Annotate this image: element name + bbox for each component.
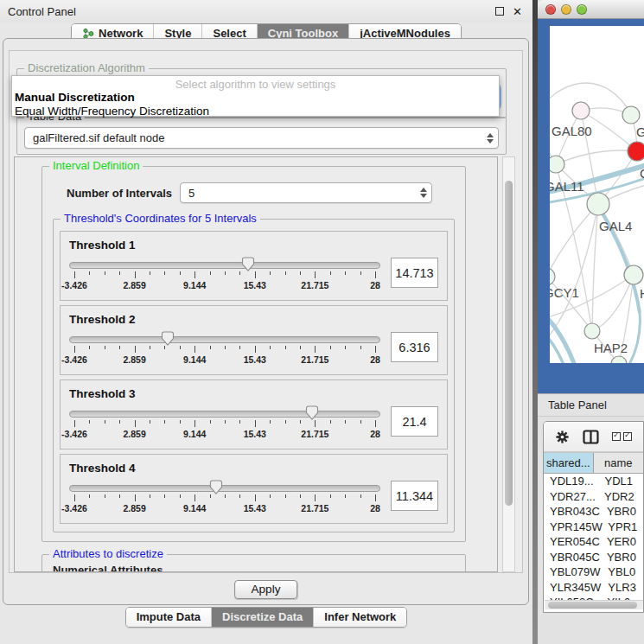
- cell-name[interactable]: YDL1: [595, 474, 643, 489]
- algorithm-option[interactable]: Equal Width/Frequency Discretization: [12, 105, 499, 118]
- network-node-h[interactable]: [624, 265, 643, 284]
- thresholds-group: Threshold's Coordinates for 5 Intervals …: [53, 219, 455, 532]
- traffic-light-close-icon[interactable]: [545, 4, 556, 15]
- slider-tick: [180, 346, 181, 349]
- slider-tick: [210, 420, 211, 424]
- slider-tick: [119, 271, 120, 275]
- slider-tick: [300, 494, 301, 498]
- spinner-arrows-icon[interactable]: [416, 183, 431, 202]
- network-edge: [550, 83, 631, 114]
- table-row[interactable]: YDL19...YDL1: [544, 474, 643, 489]
- vertical-scrollbar[interactable]: [502, 156, 515, 572]
- threshold-slider[interactable]: -3.4262.8599.14415.4321.71528: [69, 406, 380, 441]
- slider-tick: [345, 494, 346, 498]
- cell-shared-name[interactable]: YER054C: [544, 534, 600, 550]
- slider-tick: [180, 420, 181, 424]
- number-of-intervals-row: Number of Intervals 5: [53, 179, 455, 205]
- network-node-gcy1[interactable]: [550, 268, 555, 285]
- slider-tick-label: 9.144: [183, 503, 206, 513]
- cell-shared-name[interactable]: YDR27...: [544, 489, 596, 505]
- slider-track[interactable]: [69, 336, 380, 343]
- cell-name[interactable]: YLR3: [601, 580, 643, 596]
- threshold-slider[interactable]: -3.4262.8599.14415.4321.71528: [69, 481, 380, 515]
- table-row[interactable]: YBR043CYBR0: [544, 504, 643, 520]
- threshold-value-field[interactable]: 6.316: [391, 332, 438, 362]
- cell-shared-name[interactable]: YPR145W: [544, 520, 603, 535]
- vertical-scrollbar-thumb[interactable]: [505, 181, 513, 506]
- number-of-intervals-combobox[interactable]: 5: [180, 182, 432, 203]
- algorithm-option[interactable]: Manual Discretization: [12, 91, 499, 105]
- horizontal-scrollbar-thumb[interactable]: [548, 602, 637, 609]
- slider-tick-label: 15.43: [244, 503, 266, 513]
- table-row[interactable]: YDR27...YDR2: [544, 489, 643, 505]
- slider-thumb[interactable]: [305, 405, 319, 421]
- threshold-list: Threshold 1-3.4262.8599.14415.4321.71528…: [60, 231, 448, 524]
- network-node-hap2[interactable]: [584, 323, 600, 339]
- cell-name[interactable]: YBL0: [601, 564, 643, 580]
- cell-name[interactable]: YDR2: [596, 489, 643, 505]
- slider-tick: [270, 420, 271, 424]
- tab-discretize-data[interactable]: Discretize Data: [211, 608, 313, 627]
- network-node-gal4[interactable]: [587, 193, 609, 215]
- checkbox-icon: [612, 432, 621, 441]
- network-node-label: GAL11: [550, 179, 584, 194]
- tab-infer-network[interactable]: Infer Network: [313, 608, 406, 627]
- number-of-intervals-combobox-wrap: 5: [180, 182, 432, 203]
- slider-tick: [270, 494, 271, 498]
- slider-tick: [375, 494, 376, 501]
- cell-shared-name[interactable]: YBR045C: [544, 550, 600, 565]
- cell-shared-name[interactable]: YBL079W: [544, 564, 601, 580]
- table-row[interactable]: YPR145WYPR1: [544, 520, 643, 535]
- slider-tick: [135, 271, 136, 278]
- table-row[interactable]: YBL079WYBL0: [544, 564, 643, 580]
- threshold-value-field[interactable]: 14.713: [391, 258, 438, 288]
- split-view-icon[interactable]: [583, 430, 599, 444]
- slider-tick: [164, 420, 165, 424]
- slider-tick: [239, 346, 240, 349]
- table-row[interactable]: YLR345WYLR3: [544, 580, 643, 596]
- cell-name[interactable]: YER0: [600, 534, 643, 550]
- threshold-value-field[interactable]: 11.344: [391, 481, 438, 511]
- table-column-header[interactable]: shared...: [544, 453, 594, 473]
- float-window-icon[interactable]: [495, 7, 504, 16]
- cell-shared-name[interactable]: YLR345W: [544, 580, 601, 596]
- slider-thumb[interactable]: [209, 480, 223, 495]
- cell-name[interactable]: YBR0: [600, 504, 643, 520]
- select-columns-icon[interactable]: [612, 432, 632, 441]
- cell-name[interactable]: YBR0: [600, 550, 643, 565]
- network-node-gal80[interactable]: [572, 102, 590, 119]
- slider-track[interactable]: [69, 411, 380, 418]
- slider-tick: [360, 271, 361, 275]
- network-node-label: H: [640, 286, 644, 301]
- threshold-value-field[interactable]: 21.4: [391, 406, 438, 437]
- slider-track[interactable]: [69, 262, 380, 269]
- network-node-ga[interactable]: [622, 106, 640, 124]
- network-graph[interactable]: GAL80GACGAL11GAL4GCY1HHAP2: [550, 26, 644, 363]
- spinner-arrows-icon[interactable]: [482, 128, 498, 148]
- slider-thumb[interactable]: [241, 257, 255, 272]
- cell-name[interactable]: YPR1: [603, 520, 643, 535]
- tab-impute-data[interactable]: Impute Data: [126, 608, 211, 627]
- network-canvas[interactable]: GAL80GACGAL11GAL4GCY1HHAP2: [550, 26, 644, 363]
- table-data-combobox[interactable]: galFiltered.sif default node: [24, 127, 499, 149]
- cell-shared-name[interactable]: YBR043C: [544, 504, 600, 520]
- slider-tick: [270, 346, 271, 349]
- threshold-slider[interactable]: -3.4262.8599.14415.4321.71528: [69, 258, 380, 292]
- close-icon[interactable]: ✕: [513, 5, 522, 18]
- horizontal-scrollbar[interactable]: [545, 600, 643, 609]
- network-node-gal11[interactable]: [550, 156, 564, 173]
- traffic-light-zoom-icon[interactable]: [577, 4, 587, 15]
- threshold-slider[interactable]: -3.4262.8599.14415.4321.71528: [69, 332, 380, 367]
- traffic-light-minimize-icon[interactable]: [561, 4, 571, 15]
- network-node-c[interactable]: [628, 142, 644, 161]
- slider-track[interactable]: [69, 485, 380, 492]
- apply-button[interactable]: Apply: [234, 580, 298, 599]
- table-row[interactable]: YER054CYER0: [544, 534, 643, 550]
- table-row[interactable]: YBR045CYBR0: [544, 550, 643, 565]
- slider-tick: [135, 420, 136, 427]
- gear-icon[interactable]: [555, 430, 570, 444]
- cell-shared-name[interactable]: YDL19...: [544, 474, 595, 489]
- slider-tick: [300, 271, 301, 275]
- slider-thumb[interactable]: [161, 331, 175, 347]
- table-column-header[interactable]: name: [594, 453, 643, 473]
